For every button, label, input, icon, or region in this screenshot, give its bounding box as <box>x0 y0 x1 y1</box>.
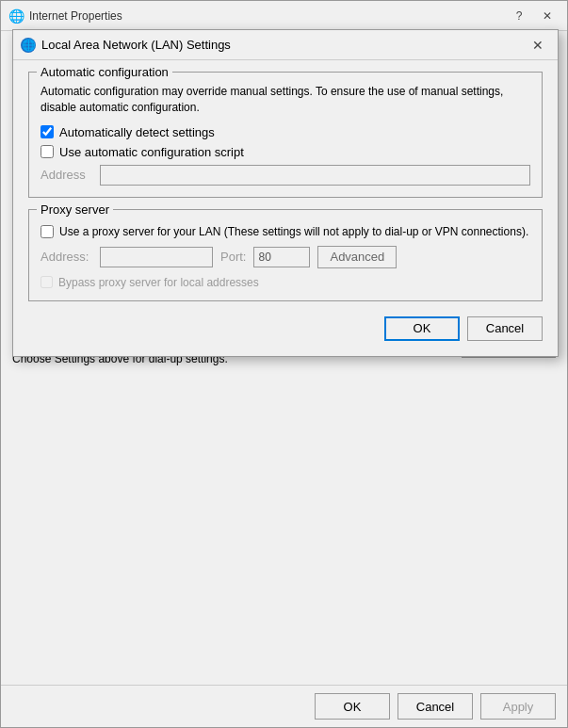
proxy-address-label: Address: <box>41 250 92 264</box>
internet-properties-window: 🌐 Internet Properties ? ✕ Local Area Net… <box>0 0 568 728</box>
proxy-server-group: Proxy server Use a proxy server for your… <box>28 209 543 301</box>
advanced-button[interactable]: Advanced <box>317 246 397 268</box>
outer-cancel-button[interactable]: Cancel <box>398 693 473 720</box>
use-script-checkbox[interactable] <box>41 145 54 158</box>
outer-close-button[interactable]: ✕ <box>535 7 560 25</box>
lan-dialog: Local Area Network (LAN) Settings ✕ Auto… <box>12 29 559 357</box>
proxy-server-group-label: Proxy server <box>37 202 113 217</box>
proxy-port-label: Port: <box>220 250 246 264</box>
outer-apply-button[interactable]: Apply <box>480 693 556 720</box>
use-script-row: Use automatic configuration script <box>41 145 530 159</box>
lan-dialog-body: Automatic configuration Automatic config… <box>13 60 558 356</box>
proxy-port-input[interactable] <box>253 247 310 267</box>
lan-dialog-close-button[interactable]: ✕ <box>526 36 550 55</box>
proxy-address-input[interactable] <box>100 247 213 267</box>
outer-bottom-bar: OK Cancel Apply <box>1 685 567 727</box>
bypass-label: Bypass proxy server for local addresses <box>58 276 259 289</box>
auto-config-group-label: Automatic configuration <box>37 65 172 79</box>
auto-detect-row: Automatically detect settings <box>41 125 530 139</box>
use-proxy-label: Use a proxy server for your LAN (These s… <box>59 225 528 238</box>
auto-config-address-input[interactable] <box>100 165 530 186</box>
auto-detect-checkbox[interactable] <box>41 125 54 138</box>
outer-help-button[interactable]: ? <box>507 7 531 25</box>
use-script-label: Use automatic configuration script <box>59 145 244 159</box>
auto-config-address-label: Address <box>41 168 92 182</box>
auto-config-group: Automatic configuration Automatic config… <box>28 72 543 198</box>
outer-titlebar: 🌐 Internet Properties ? ✕ <box>1 1 567 31</box>
bypass-row: Bypass proxy server for local addresses <box>41 276 530 289</box>
outer-window-title: Internet Properties <box>29 9 507 23</box>
outer-titlebar-controls: ? ✕ <box>507 7 560 25</box>
lan-dialog-buttons: OK Cancel <box>28 316 543 341</box>
lan-dialog-cancel-button[interactable]: Cancel <box>467 316 543 341</box>
use-proxy-checkbox[interactable] <box>41 225 54 238</box>
lan-dialog-icon <box>21 38 36 53</box>
bypass-checkbox[interactable] <box>41 276 53 288</box>
proxy-address-row: Address: Port: Advanced <box>41 246 530 268</box>
use-proxy-row: Use a proxy server for your LAN (These s… <box>41 225 530 238</box>
auto-config-description: Automatic configuration may override man… <box>41 84 530 116</box>
auto-config-address-row: Address <box>41 165 530 186</box>
lan-dialog-ok-button[interactable]: OK <box>384 316 460 341</box>
auto-detect-label: Automatically detect settings <box>59 125 215 139</box>
lan-dialog-titlebar: Local Area Network (LAN) Settings ✕ <box>13 30 558 60</box>
outer-ok-button[interactable]: OK <box>315 693 390 720</box>
ie-icon: 🌐 <box>8 8 24 24</box>
lan-dialog-title: Local Area Network (LAN) Settings <box>41 38 526 52</box>
outer-content: Local Area Network (LAN) Settings ✕ Auto… <box>1 31 567 685</box>
